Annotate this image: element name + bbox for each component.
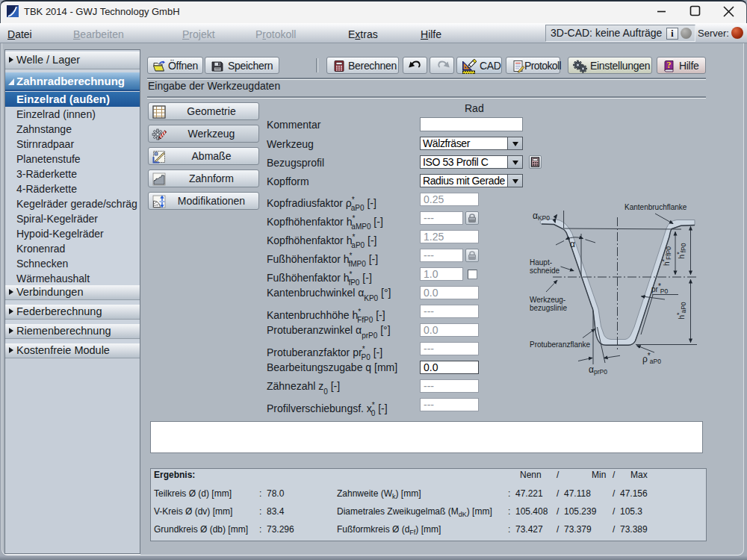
svg-text:αprP0: αprP0 [589,364,607,376]
svg-text:α: α [570,239,575,249]
svg-text:?: ? [667,60,672,70]
svg-text:ρ*aP0: ρ*aP0 [642,352,661,365]
svg-text:h*aP0: h*aP0 [675,302,687,319]
svg-text:Haupt-: Haupt- [530,258,552,267]
svg-text:αKP0: αKP0 [533,211,550,222]
svg-text:h*fP0: h*fP0 [675,243,687,258]
svg-text:Kantenbruchflanke: Kantenbruchflanke [624,203,687,211]
svg-text:schneide: schneide [530,267,560,275]
svg-text:Werkzeug-: Werkzeug- [530,296,565,304]
svg-text:bezugslinie: bezugslinie [530,304,567,312]
svg-text:Protuberanzflanke: Protuberanzflanke [530,340,591,349]
